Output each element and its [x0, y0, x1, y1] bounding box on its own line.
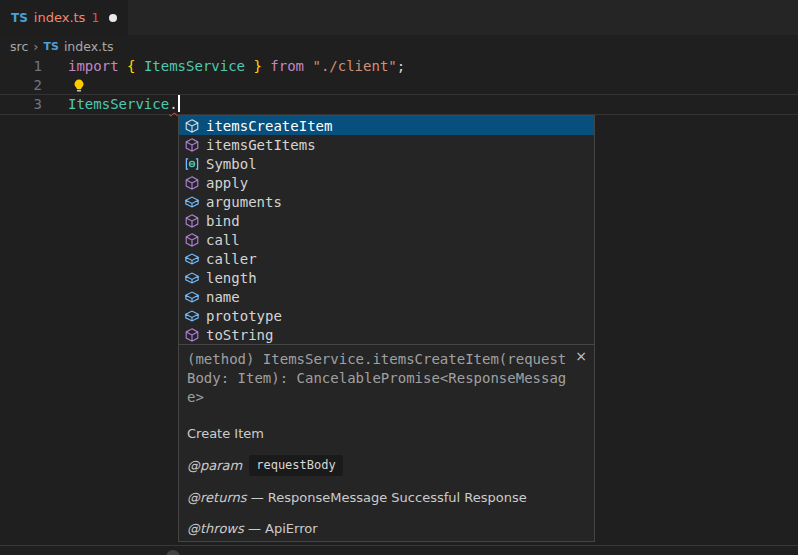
- doc-tag-returns: @returns — ResponseMessage Successful Re…: [187, 488, 586, 507]
- lightbulb-icon[interactable]: [71, 78, 87, 94]
- gutter-line-number: 3: [0, 95, 46, 114]
- suggestion-label: arguments: [206, 194, 282, 210]
- symbol-field-icon: [184, 270, 200, 286]
- docs-panel: (method) ItemsService.itemsCreateItem(re…: [178, 344, 595, 542]
- code-token: "./client": [312, 58, 396, 74]
- breadcrumb: src › TS index.ts: [0, 35, 798, 57]
- code-text: [46, 76, 68, 95]
- suggestion-label: length: [206, 270, 257, 286]
- code-text: ItemsService.: [46, 95, 180, 114]
- suggestion-apply[interactable]: apply: [179, 173, 594, 192]
- symbol-field-icon: [184, 251, 200, 267]
- suggestion-itemsCreateItem[interactable]: itemsCreateItem: [179, 116, 594, 135]
- suggestion-label: call: [206, 232, 240, 248]
- tab-bar: TS index.ts 1: [0, 0, 798, 35]
- code-token: ;: [397, 58, 405, 74]
- symbol-method-icon: [184, 118, 200, 134]
- chevron-right-icon: ›: [33, 39, 38, 54]
- doc-markdown: Create Item @paramrequestBody @returns —…: [179, 424, 594, 542]
- code-token: ItemsService: [144, 58, 245, 74]
- suggestion-prototype[interactable]: prototype: [179, 306, 594, 325]
- gutter-line-number: 2: [0, 76, 46, 95]
- scroll-dot-icon: [166, 550, 180, 555]
- suggestion-arguments[interactable]: arguments: [179, 192, 594, 211]
- symbol-method-icon: [184, 175, 200, 191]
- breadcrumb-folder[interactable]: src: [10, 39, 28, 54]
- breadcrumb-file[interactable]: index.ts: [64, 39, 114, 54]
- gutter-line-number: 1: [0, 57, 46, 76]
- divider: [0, 545, 798, 546]
- suggestion-label: prototype: [206, 308, 282, 324]
- tab-error-count: 1: [91, 11, 99, 25]
- symbol-symbol-icon: [184, 156, 200, 172]
- suggestion-caller[interactable]: caller: [179, 249, 594, 268]
- code-text: import { ItemsService } from "./client";: [46, 57, 405, 76]
- symbol-field-icon: [184, 289, 200, 305]
- suggestion-label: toString: [206, 327, 273, 343]
- code-line-2[interactable]: 2: [0, 76, 798, 95]
- suggestion-toString[interactable]: toString: [179, 325, 594, 344]
- code-token: {: [127, 58, 144, 74]
- code-token: ItemsService: [68, 96, 169, 112]
- modified-dot-icon[interactable]: [109, 14, 117, 22]
- suggestion-bind[interactable]: bind: [179, 211, 594, 230]
- method-signature: (method) ItemsService.itemsCreateItem(re…: [179, 345, 594, 412]
- suggestion-itemsGetItems[interactable]: itemsGetItems: [179, 135, 594, 154]
- suggestion-label: apply: [206, 175, 248, 191]
- code-editor[interactable]: 1 import { ItemsService } from "./client…: [0, 57, 798, 114]
- suggestion-label: itemsGetItems: [206, 137, 316, 153]
- symbol-method-icon: [184, 327, 200, 343]
- suggestion-call[interactable]: call: [179, 230, 594, 249]
- symbol-method-icon: [184, 137, 200, 153]
- breadcrumb-file-icon: TS: [43, 40, 58, 53]
- doc-description: Create Item: [187, 424, 586, 443]
- tab-title: index.ts: [34, 10, 86, 25]
- tab-index-ts[interactable]: TS index.ts 1: [0, 0, 128, 35]
- code-line-3[interactable]: 3 ItemsService.: [0, 95, 798, 114]
- code-token: from: [262, 58, 313, 74]
- suggestion-label: bind: [206, 213, 240, 229]
- suggestion-label: Symbol: [206, 156, 257, 172]
- suggestion-label: itemsCreateItem: [206, 118, 332, 134]
- suggestion-list: itemsCreateItemitemsGetItemsSymbolapplya…: [178, 115, 595, 345]
- suggestion-label: caller: [206, 251, 257, 267]
- code-line-1[interactable]: 1 import { ItemsService } from "./client…: [0, 57, 798, 76]
- symbol-method-icon: [184, 232, 200, 248]
- doc-tag-throws: @throws — ApiError: [187, 519, 586, 538]
- suggestion-length[interactable]: length: [179, 268, 594, 287]
- suggestion-name[interactable]: name: [179, 287, 594, 306]
- symbol-field-icon: [184, 194, 200, 210]
- symbol-field-icon: [184, 308, 200, 324]
- ts-file-icon: TS: [11, 11, 28, 25]
- text-cursor: [178, 95, 180, 112]
- doc-tag-param: @paramrequestBody: [187, 455, 586, 476]
- code-token: }: [245, 58, 262, 74]
- suggestion-label: name: [206, 289, 240, 305]
- symbol-method-icon: [184, 213, 200, 229]
- code-token: .: [169, 96, 177, 112]
- close-icon[interactable]: ×: [575, 349, 587, 363]
- suggestion-Symbol[interactable]: Symbol: [179, 154, 594, 173]
- code-token: import: [68, 58, 127, 74]
- param-name-chip: requestBody: [249, 455, 342, 476]
